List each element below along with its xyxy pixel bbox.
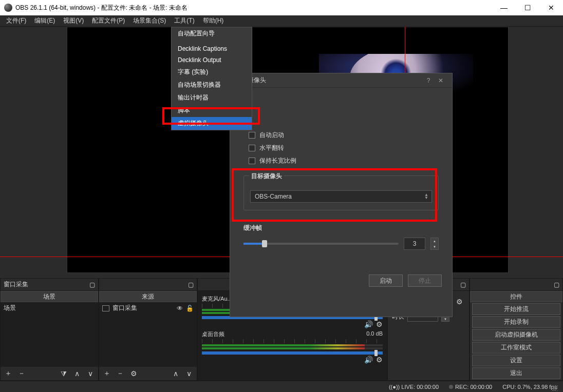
scene-item[interactable]: 场景 xyxy=(1,302,98,314)
source-down-button[interactable]: ∨ xyxy=(183,368,195,379)
stop-button[interactable]: 停止 xyxy=(408,275,442,287)
broadcast-icon: ((●)) xyxy=(389,384,400,390)
menu-item-decklink-output[interactable]: Decklink Output xyxy=(172,54,252,66)
settings-button[interactable]: 设置 xyxy=(472,355,560,366)
dialog-help-button[interactable]: ? xyxy=(422,77,435,84)
horizontal-flip-checkbox[interactable] xyxy=(249,145,255,151)
window-title: OBS 26.1.1 (64-bit, windows) - 配置文件: 未命名… xyxy=(15,4,187,12)
dialog-close-button[interactable]: ✕ xyxy=(435,77,447,84)
dialog-titlebar[interactable]: 虚拟摄像头 ? ✕ xyxy=(230,73,452,88)
desktop-volume-slider[interactable] xyxy=(202,351,383,355)
slider-handle[interactable] xyxy=(262,240,267,247)
dialog-title: 虚拟摄像头 xyxy=(235,76,422,85)
start-streaming-button[interactable]: 开始推流 xyxy=(472,303,560,315)
menu-scene-collection[interactable]: 场景集合(S) xyxy=(129,15,170,26)
rec-dot-icon xyxy=(449,385,453,389)
controls-panel: ▢ 控件 开始推流 开始录制 启动虚拟摄像机 工作室模式 设置 退出 xyxy=(470,278,563,381)
studio-mode-button[interactable]: 工作室模式 xyxy=(472,342,560,354)
popout-icon[interactable]: ▢ xyxy=(89,281,95,288)
scene-up-button[interactable]: ∧ xyxy=(71,368,83,379)
scene-down-button[interactable]: ∨ xyxy=(85,368,96,379)
exit-button[interactable]: 退出 xyxy=(472,367,560,379)
scenes-header-label: 窗口采集 xyxy=(4,280,28,289)
source-up-button[interactable]: ∧ xyxy=(170,368,181,379)
resize-grip[interactable] xyxy=(552,385,558,391)
scenes-panel: 窗口采集 ▢ 场景 场景 ＋ － ⧩ ∧ ∨ xyxy=(0,278,99,381)
menu-bar: 文件(F) 编辑(E) 视图(V) 配置文件(P) 场景集合(S) 工具(T) … xyxy=(0,15,563,27)
scenes-panel-header[interactable]: 窗口采集 ▢ xyxy=(1,279,98,291)
menu-tools[interactable]: 工具(T) xyxy=(170,15,198,26)
minimize-button[interactable]: — xyxy=(492,0,516,15)
menu-view[interactable]: 视图(V) xyxy=(59,15,88,26)
buffer-frames-spinner[interactable]: ▲▼ xyxy=(430,238,439,250)
menu-item-auto-config[interactable]: 自动配置向导 xyxy=(172,27,252,40)
source-item[interactable]: 窗口采集 👁 🔓 xyxy=(99,302,197,314)
source-item-label: 窗口采集 xyxy=(112,304,137,312)
keep-ratio-label: 保持长宽比例 xyxy=(259,156,296,165)
scene-item-label: 场景 xyxy=(4,304,16,312)
remove-scene-button[interactable]: － xyxy=(16,368,27,379)
menu-item-output-timer[interactable]: 输出计时器 xyxy=(172,91,252,104)
annotation-highlight-menu xyxy=(162,107,260,125)
add-scene-button[interactable]: ＋ xyxy=(3,368,14,379)
close-button[interactable]: ✕ xyxy=(539,0,563,15)
obs-app-icon xyxy=(4,4,12,12)
controls-tab[interactable]: 控件 xyxy=(470,291,562,302)
start-recording-button[interactable]: 开始录制 xyxy=(472,316,560,328)
desktop-settings-icon[interactable]: ⚙ xyxy=(376,356,383,364)
menu-item-captions[interactable]: 字幕 (实验) xyxy=(172,66,252,79)
window-titlebar: OBS 26.1.1 (64-bit, windows) - 配置文件: 未命名… xyxy=(0,0,563,15)
desktop-track-db: 0.0 dB xyxy=(366,330,383,338)
start-button[interactable]: 启动 xyxy=(369,275,403,287)
source-properties-button[interactable]: ⚙ xyxy=(128,368,139,379)
rec-status: REC: 00:00:00 xyxy=(455,384,492,390)
popout-icon[interactable]: ▢ xyxy=(554,281,559,288)
horizontal-flip-checkbox-row[interactable]: 水平翻转 xyxy=(249,144,439,152)
menu-profile[interactable]: 配置文件(P) xyxy=(88,15,129,26)
mic-settings-icon[interactable]: ⚙ xyxy=(376,320,383,328)
desktop-meter xyxy=(202,344,383,346)
maximize-button[interactable]: ☐ xyxy=(516,0,539,15)
cpu-status: CPU: 0.7%, 23.98 fps xyxy=(502,384,557,390)
sources-tab[interactable]: 来源 xyxy=(99,291,197,302)
desktop-track-label: 桌面音频 xyxy=(202,330,224,338)
mixer-track-desktop: 桌面音频 0.0 dB 🔊 ⚙ xyxy=(202,330,383,364)
horizontal-flip-label: 水平翻转 xyxy=(259,144,284,152)
mic-mute-icon[interactable]: 🔊 xyxy=(364,320,373,328)
auto-start-checkbox[interactable] xyxy=(249,132,255,139)
remove-source-button[interactable]: － xyxy=(115,368,126,379)
visibility-eye-icon[interactable]: 👁 xyxy=(177,305,183,312)
add-source-button[interactable]: ＋ xyxy=(101,368,112,379)
auto-start-label: 自动启动 xyxy=(259,131,284,140)
popout-icon[interactable]: ▢ xyxy=(188,281,194,288)
keep-ratio-checkbox-row[interactable]: 保持长宽比例 xyxy=(249,156,439,165)
live-status: LIVE: 00:00:00 xyxy=(401,384,439,390)
menu-file[interactable]: 文件(F) xyxy=(2,15,30,26)
desktop-mute-icon[interactable]: 🔊 xyxy=(364,356,373,364)
auto-start-checkbox-row[interactable]: 自动启动 xyxy=(249,131,439,140)
popout-icon[interactable]: ▢ xyxy=(460,281,466,288)
menu-item-decklink-captions[interactable]: Decklink Captions xyxy=(172,43,252,54)
menu-edit[interactable]: 编辑(E) xyxy=(30,15,59,26)
menu-help[interactable]: 帮助(H) xyxy=(199,15,228,26)
scenes-tab[interactable]: 场景 xyxy=(1,291,98,302)
mic-track-label: 麦克风/Au... xyxy=(202,295,232,303)
window-capture-icon xyxy=(102,305,109,311)
start-virtual-cam-button[interactable]: 启动虚拟摄像机 xyxy=(472,329,560,341)
status-bar: ((●)) LIVE: 00:00:00 REC: 00:00:00 CPU: … xyxy=(0,381,563,392)
menu-item-auto-scene-switcher[interactable]: 自动场景切换器 xyxy=(172,79,252,91)
annotation-highlight-target xyxy=(232,168,437,222)
buffer-frames-value[interactable]: 3 xyxy=(404,238,425,250)
transition-settings-icon[interactable]: ⚙ xyxy=(454,296,465,307)
desktop-meter-2 xyxy=(202,347,383,349)
sources-panel: ⚙ 属性 ◎ 滤镜 窗口 ▢ 来源 窗口采集 👁 🔓 ＋ － ⚙ ∧ xyxy=(99,278,197,381)
keep-ratio-checkbox[interactable] xyxy=(249,158,255,164)
lock-icon[interactable]: 🔓 xyxy=(186,305,194,312)
buffer-frames-slider[interactable] xyxy=(243,243,399,245)
scene-filter-button[interactable]: ⧩ xyxy=(58,368,69,379)
buffer-frames-label: 缓冲帧 xyxy=(243,224,439,232)
